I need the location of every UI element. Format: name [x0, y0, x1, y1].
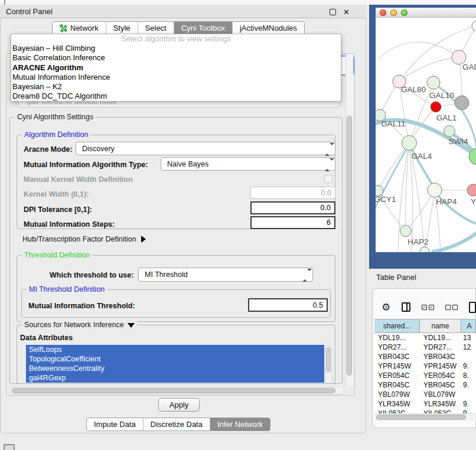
apply-button[interactable]: Apply	[158, 398, 200, 412]
hub-factor-expander[interactable]: Hub/Transcription Factor Definition	[22, 235, 146, 243]
select-all-columns-icon[interactable]: ✓✓	[422, 305, 434, 310]
table-row[interactable]: YBR043C YBR043C	[374, 352, 476, 361]
tab-cyni-toolbox[interactable]: Cyni Toolbox	[174, 22, 233, 34]
node-gal10[interactable]	[427, 76, 440, 89]
tab-discretize-data[interactable]: Discretize Data	[144, 418, 210, 431]
bottom-left-partial-icon[interactable]	[4, 444, 15, 450]
tab-style-label: Style	[113, 24, 131, 32]
manual-kernel-label: Manual Kernel Width Definition	[24, 175, 133, 184]
table-row[interactable]: YDR27... YDR27... 12	[374, 343, 476, 352]
manual-kernel-checkbox[interactable]	[324, 175, 332, 183]
gear-icon[interactable]: ⚙	[382, 302, 390, 312]
dpi-tolerance-field[interactable]: 0.0	[250, 201, 335, 214]
node-hap4[interactable]	[428, 183, 442, 197]
node-y-salmon[interactable]	[467, 184, 476, 196]
node-hap2[interactable]	[400, 226, 412, 237]
tab-select[interactable]: Select	[138, 22, 174, 34]
network-window-titlebar[interactable]	[376, 8, 476, 18]
cell: 8.	[461, 371, 476, 380]
table-row[interactable]: YIL052C YIL052C 9	[374, 409, 476, 413]
dropdown-item-dream8[interactable]: Dream8 DC_TDC Algorithm	[11, 92, 341, 101]
tab-network[interactable]: Network	[53, 22, 106, 34]
attribute-list-scrollbar[interactable]	[325, 345, 332, 383]
node-label: GAL80	[401, 85, 426, 94]
attribute-list-scrollbar-thumb[interactable]	[326, 347, 331, 372]
dropdown-item-basic-correlation[interactable]: Basic Correlation Inference	[11, 53, 341, 63]
settings-horizontal-scrollbar-thumb[interactable]	[12, 388, 335, 393]
float-window-icon[interactable]	[330, 9, 336, 15]
apply-button-label: Apply	[169, 400, 189, 409]
mi-steps-label: Mutual Information Steps:	[24, 220, 115, 229]
cell: YIL052C	[420, 409, 461, 413]
kernel-width-field[interactable]: 0.0	[250, 187, 335, 199]
network-graph: GAL GAL80 GAL10 GAL1 GAL11 SWI4 GAL4 GCY…	[376, 18, 476, 252]
network-canvas[interactable]: GAL GAL80 GAL10 GAL1 GAL11 SWI4 GAL4 GCY…	[376, 18, 476, 252]
column-header-name[interactable]: name	[420, 319, 461, 332]
node-gal1-red[interactable]	[431, 102, 441, 112]
node-unlabeled-top[interactable]	[472, 21, 476, 31]
tab-jactivemnodules-label: jActiveMNodules	[240, 24, 297, 32]
mac-close-button[interactable]	[380, 9, 386, 16]
dropdown-item-bayesian-hill[interactable]: Bayesian – Hill Climbing	[11, 44, 341, 53]
aracne-mode-label: Aracne Mode:	[24, 145, 73, 154]
node-unlabeled-bottom[interactable]	[420, 247, 429, 252]
node-label: Y	[471, 197, 476, 206]
dropdown-item-aracne[interactable]: ARACNE Algorithm	[11, 63, 341, 73]
dpi-tolerance-label: DPI Tolerance [0,1]:	[24, 206, 92, 214]
tab-cyni-toolbox-label: Cyni Toolbox	[181, 24, 225, 32]
top-strip-tick	[4, 0, 5, 5]
mi-type-combo[interactable]: Naive Bayes	[161, 157, 335, 171]
tab-jactivemnodules[interactable]: jActiveMNodules	[233, 22, 304, 34]
column-header-partial[interactable]: A	[461, 319, 476, 332]
cell: YBR043C	[374, 352, 420, 361]
node-gal4[interactable]	[402, 136, 417, 151]
cell: YPR145W	[374, 361, 420, 371]
table-header-row: shared... name A	[374, 319, 476, 333]
aracne-mode-value: Discovery	[82, 145, 115, 153]
which-threshold-label: Which threshold to use:	[50, 271, 133, 279]
mi-type-label: Mutual Information Algorithm Type:	[24, 161, 148, 169]
list-item[interactable]: gal4RGexp	[26, 373, 324, 383]
sources-group-title[interactable]: Sources for Network Inference	[22, 321, 137, 329]
node-label: SWI4	[448, 137, 468, 146]
node-swi4[interactable]	[444, 126, 455, 137]
column-header-shared-name[interactable]: shared...	[374, 319, 420, 332]
which-threshold-combo[interactable]: MI Threshold	[138, 268, 313, 282]
node-table: shared... name A YDL19... YDL19... 13 YD…	[374, 319, 476, 413]
tab-discretize-data-label: Discretize Data	[151, 420, 203, 429]
list-item[interactable]: SelfLoops	[26, 345, 324, 354]
cell: YBR045C	[420, 380, 461, 390]
kernel-width-label: Kernel Width (0,1):	[24, 190, 89, 198]
mi-steps-field[interactable]: 6	[250, 216, 335, 229]
dropdown-item-mutual-information[interactable]: Mutual Information Inference	[11, 73, 341, 82]
table-horizontal-scrollbar-thumb[interactable]	[376, 415, 466, 420]
dropdown-item-bayesian-k2[interactable]: Bayesian – K2	[11, 82, 341, 92]
tab-infer-network[interactable]: Infer Network	[210, 418, 270, 431]
control-panel-titlebar: Control Panel	[0, 5, 366, 18]
cell: YDL19...	[374, 333, 420, 343]
list-item[interactable]: BetweennessCentrality	[26, 364, 324, 373]
mi-threshold-field[interactable]: 0.5	[248, 298, 328, 312]
table-row[interactable]: YPR145W YPR145W 9.	[374, 361, 476, 371]
mac-zoom-button[interactable]	[401, 9, 407, 16]
tab-style[interactable]: Style	[106, 22, 138, 34]
columns-icon[interactable]	[402, 302, 410, 312]
table-row[interactable]: YBR045C YBR045C 9.	[374, 380, 476, 390]
new-table-icon[interactable]	[469, 302, 476, 313]
cell: YIL052C	[374, 409, 420, 413]
deselect-all-columns-icon[interactable]	[445, 305, 458, 310]
table-row[interactable]: YER054C YER054C 8.	[374, 371, 476, 380]
network-nodes	[376, 21, 476, 252]
aracne-mode-combo[interactable]: Discovery	[76, 142, 335, 155]
node-gray[interactable]	[455, 96, 469, 110]
close-icon[interactable]: ✕	[343, 9, 350, 15]
table-panel-titlebar: Table Panel	[366, 269, 476, 285]
list-item[interactable]: TopologicalCoefficient	[26, 354, 324, 364]
sources-title-text: Sources for Network Inference	[24, 321, 124, 329]
table-row[interactable]: YLR345W YLR345W 9.	[374, 399, 476, 409]
settings-vertical-scrollbar-thumb[interactable]	[347, 116, 352, 376]
table-row[interactable]: YDL19... YDL19... 13	[374, 333, 476, 343]
table-row[interactable]: YBL079W YBL079W	[374, 390, 476, 399]
tab-impute-data[interactable]: Impute Data	[87, 418, 144, 431]
mac-minimize-button[interactable]	[390, 9, 397, 16]
